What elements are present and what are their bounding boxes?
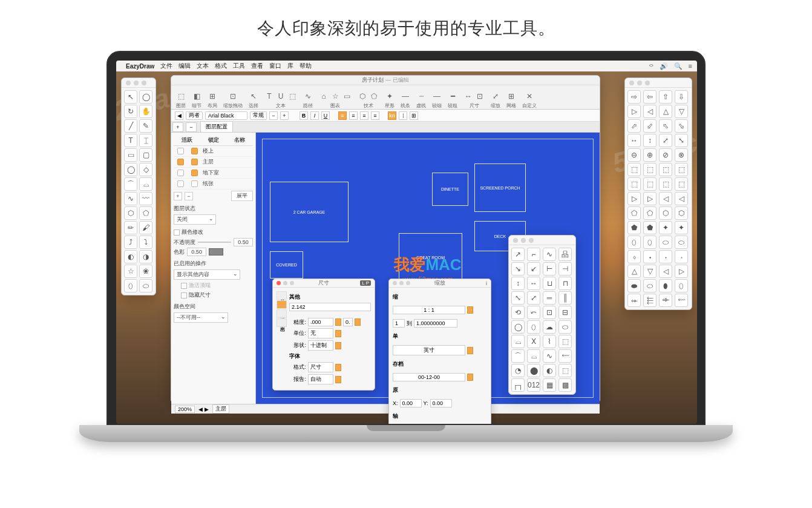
tool-shape1[interactable]: ◐ xyxy=(124,250,137,263)
arrow-24[interactable]: ⬚ xyxy=(675,163,688,176)
toolbar-icon[interactable]: ━ xyxy=(448,91,457,101)
layer-locked-check[interactable] xyxy=(191,180,198,187)
s27[interactable]: ⌇ xyxy=(543,335,556,348)
s25[interactable]: ⌓ xyxy=(511,335,525,348)
s1[interactable]: ↗ xyxy=(511,248,525,261)
s24[interactable]: ⬭ xyxy=(558,320,572,334)
format-select[interactable]: 尺寸 xyxy=(308,362,333,372)
s13[interactable]: ⤡ xyxy=(511,291,525,305)
arrow-12[interactable]: ⬂ xyxy=(675,119,688,133)
activate-top-check[interactable] xyxy=(181,283,187,289)
arrow-29[interactable]: ▷ xyxy=(627,192,641,205)
fmt-align-center[interactable]: ≡ xyxy=(349,111,358,120)
layer-active-check[interactable] xyxy=(177,180,184,187)
toolbar-icon[interactable]: ⬚ xyxy=(287,91,297,101)
s28[interactable]: ⬚ xyxy=(558,335,572,348)
tool-lasso[interactable]: ◯ xyxy=(139,90,152,104)
s10[interactable]: ↔ xyxy=(527,277,540,290)
tool-curve2[interactable]: 〰 xyxy=(139,192,152,205)
fmt-extra[interactable]: ⊞ xyxy=(410,111,418,120)
toolbar-icon[interactable]: ⊞ xyxy=(208,91,217,101)
arrow-4[interactable]: ⇩ xyxy=(675,90,688,104)
fmt-font[interactable]: Arial Black xyxy=(205,111,247,120)
s12[interactable]: ⊓ xyxy=(558,277,572,290)
s29[interactable]: ⌒ xyxy=(511,349,525,363)
tint-swatch[interactable] xyxy=(209,248,223,256)
arrow-32[interactable]: ◁ xyxy=(675,192,688,205)
fmt-bold[interactable]: B xyxy=(300,111,308,120)
toolbar-icon[interactable]: ↖ xyxy=(249,91,258,101)
tab-remove[interactable]: − xyxy=(186,122,197,132)
s40[interactable]: ▩ xyxy=(558,378,572,392)
s36[interactable]: ⬚ xyxy=(558,364,572,377)
arrow-27[interactable]: ⬚ xyxy=(659,177,672,191)
s37[interactable]: ┌┐ xyxy=(511,378,525,392)
arrow-37[interactable]: ⬟ xyxy=(627,221,641,234)
arrow-50[interactable]: ▽ xyxy=(643,265,656,278)
toolbar-icon[interactable]: ⊡ xyxy=(475,91,485,101)
precision-stepper[interactable] xyxy=(335,318,341,326)
scale-unit-select[interactable]: 英寸 xyxy=(393,345,465,355)
tool-curve1[interactable]: ∿ xyxy=(124,192,137,205)
menubar-app-name[interactable]: EazyDraw xyxy=(126,63,154,70)
tool-blob[interactable]: ❀ xyxy=(139,265,152,278)
arrow-1[interactable]: ⇨ xyxy=(627,90,641,104)
status-layer[interactable]: 主层 xyxy=(212,404,229,414)
layer-row[interactable]: 地下室 xyxy=(174,168,253,179)
tab-add[interactable]: + xyxy=(172,122,183,132)
s30[interactable]: ⌓ xyxy=(527,349,540,363)
fmt-style[interactable]: 常规 xyxy=(250,111,267,120)
fmt-italic[interactable]: I xyxy=(310,111,319,120)
shape-select[interactable]: 十进制 xyxy=(308,340,333,351)
menu-view[interactable]: 查看 xyxy=(251,62,263,70)
arrow-31[interactable]: ◁ xyxy=(659,192,672,205)
s22[interactable]: ⬯ xyxy=(527,320,540,334)
arrow-36[interactable]: ⬡ xyxy=(675,206,688,220)
layer-active-check[interactable] xyxy=(177,170,184,176)
arrow-21[interactable]: ⬚ xyxy=(627,163,641,176)
arrow-56[interactable]: ⬯ xyxy=(675,279,688,292)
arrow-5[interactable]: ▷ xyxy=(627,105,641,118)
fmt-align-right[interactable]: ≡ xyxy=(360,111,368,120)
s18[interactable]: ⤺ xyxy=(527,306,540,319)
dim-tab-other[interactable]: 其他 xyxy=(277,291,287,300)
s32[interactable]: ⬳ xyxy=(558,349,572,363)
arrow-33[interactable]: ⬠ xyxy=(627,206,641,220)
arrow-30[interactable]: ▷ xyxy=(643,192,656,205)
info-icon[interactable]: i xyxy=(486,280,487,286)
arrow-14[interactable]: ↕ xyxy=(643,134,656,147)
tool-star[interactable]: ☆ xyxy=(124,265,137,278)
s3[interactable]: ∿ xyxy=(543,248,556,261)
menu-window[interactable]: 窗口 xyxy=(269,62,281,70)
arrow-11[interactable]: ⬁ xyxy=(659,119,672,133)
precision-extra[interactable]: 0. xyxy=(343,318,353,326)
toolbar-icon[interactable]: ⬡ xyxy=(358,91,367,101)
fmt-kn[interactable]: kn xyxy=(388,111,396,120)
tool-drop[interactable]: ⬯ xyxy=(124,279,137,292)
arrow-53[interactable]: ⬬ xyxy=(627,279,641,292)
tool-shape2[interactable]: ◑ xyxy=(139,250,152,263)
tool-poly2[interactable]: ⬠ xyxy=(139,206,152,220)
origin-x[interactable]: 0.00 xyxy=(400,399,422,407)
toolbar-icon[interactable]: ⌂ xyxy=(319,91,329,101)
fmt-align-left[interactable]: ≡ xyxy=(338,111,347,120)
tool-arc2[interactable]: ⌓ xyxy=(139,177,152,191)
toolbar-icon[interactable]: U xyxy=(276,91,286,101)
s9[interactable]: ↕ xyxy=(511,277,525,290)
arrow-34[interactable]: ⬠ xyxy=(643,206,656,220)
s26[interactable]: Ⅹ xyxy=(527,335,540,348)
layer-row[interactable]: 主层 xyxy=(174,157,253,168)
arrow-25[interactable]: ⬚ xyxy=(627,177,641,191)
fmt-list[interactable]: ⫶ xyxy=(399,111,407,120)
s35[interactable]: ◐ xyxy=(543,364,556,377)
arrow-9[interactable]: ⬀ xyxy=(627,119,641,133)
search-icon[interactable]: 🔍 xyxy=(674,62,683,70)
arrow-40[interactable]: ✦ xyxy=(675,221,688,234)
tab-layer-config[interactable]: 图层配置 xyxy=(200,121,233,133)
toolbar-icon[interactable]: ✦ xyxy=(385,91,395,101)
tool-spline[interactable]: ⤵ xyxy=(139,236,152,249)
s38[interactable]: 012 xyxy=(527,378,540,392)
tool-diamond[interactable]: ◇ xyxy=(139,163,152,176)
tool-textselect[interactable]: ⌶ xyxy=(139,134,152,147)
flatten-button[interactable]: 展平 xyxy=(231,191,253,201)
